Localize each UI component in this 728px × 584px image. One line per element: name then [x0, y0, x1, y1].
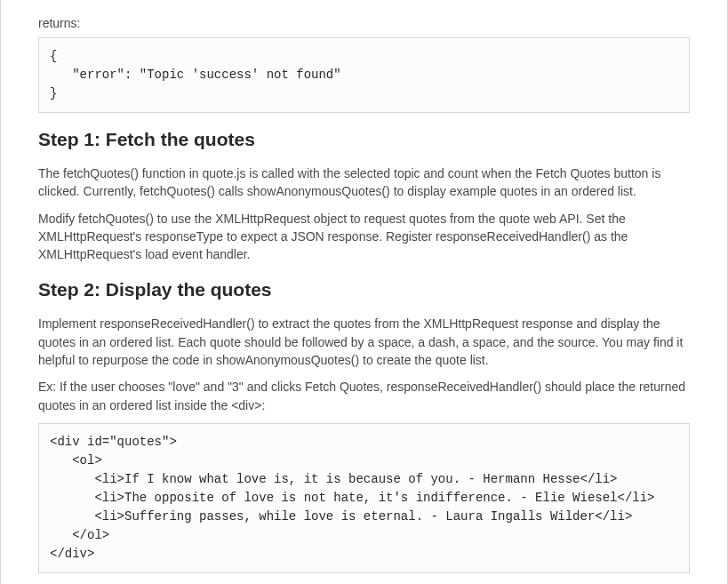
- code-block-error-json: { "error": "Topic 'success' not found" }: [38, 37, 690, 113]
- returns-label: returns:: [38, 16, 690, 30]
- step1-paragraph-2: Modify fetchQuotes() to use the XMLHttpR…: [38, 210, 690, 264]
- step1-paragraph-1: The fetchQuotes() function in quote.js i…: [38, 164, 690, 201]
- step2-heading: Step 2: Display the quotes: [38, 279, 690, 300]
- document-content: returns: { "error": "Topic 'success' not…: [0, 0, 728, 584]
- step2-paragraph-2: Ex: If the user chooses "love" and "3" a…: [38, 378, 690, 414]
- step1-heading: Step 1: Fetch the quotes: [38, 129, 690, 150]
- step2-paragraph-1: Implement responseReceivedHandler() to e…: [38, 315, 690, 369]
- code-block-quotes-example: <div id="quotes"> <ol> <li>If I know wha…: [38, 423, 690, 573]
